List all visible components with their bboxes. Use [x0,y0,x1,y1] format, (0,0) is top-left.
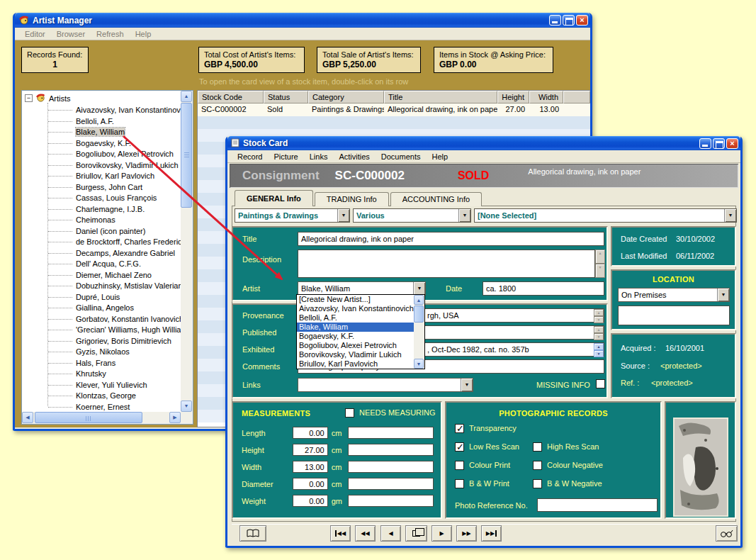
title-field[interactable]: Allegorical drawing, ink on paper [298,232,604,246]
tree-item-artist[interactable]: Bogoliubov, Alexei Petrovich [22,149,181,160]
photo-ref-field[interactable] [537,498,658,512]
chevron-down-icon[interactable]: ▼ [724,209,736,222]
dropdown-item[interactable]: Aivazovsky, Ivan Konstantinovich [297,304,414,313]
tertiary-combo[interactable]: [None Selected]▼ [474,208,737,223]
scroll-up-icon[interactable]: ▲ [414,295,424,305]
tree-item-artist[interactable]: Cassas, Louis François [22,193,181,204]
chevron-down-icon[interactable]: ▼ [461,379,473,391]
tree-item-artist[interactable]: 'Grecian' Williams, Hugh William [22,325,181,336]
chevron-down-icon[interactable]: ▼ [717,289,729,301]
nav-card-view-button[interactable] [405,525,427,542]
tree-item-artist[interactable]: de Brocktorff, Charles Frederick [22,237,181,248]
tree-item-artist[interactable]: Decamps, Alexandre Gabriel [22,248,181,259]
measurement-note-field[interactable] [348,444,434,456]
checkbox-icon[interactable] [455,424,464,433]
checkbox-icon[interactable] [345,408,354,418]
tree-root-artists[interactable]: − Artists [22,91,181,105]
links-combo[interactable]: ▼ [298,378,473,392]
photo-check[interactable]: Low Res Scan [455,442,519,461]
tree-item-artist[interactable]: Klever, Yuli Yulievich [22,380,181,391]
checkbox-icon[interactable] [455,479,464,488]
tree-item-artist[interactable]: Cheimonas [22,215,181,226]
tab[interactable]: ACCOUNTING Info [390,192,482,206]
chevron-down-icon[interactable]: ▼ [458,209,470,222]
tree-item-artist[interactable]: Belloli, A.F. [22,116,181,128]
measurement-value-field[interactable]: 0.00 [293,478,328,490]
browse-book-button[interactable] [239,525,266,542]
stock-card-titlebar[interactable]: Stock Card × [227,136,740,150]
checkbox-icon[interactable] [533,461,542,470]
tree-item-artist[interactable]: Charlemagne, I.J.B. [22,204,181,215]
tree-item-artist[interactable]: Aivazovsky, Ivan Konstantinovich [22,105,181,116]
menu-item[interactable]: Browser [51,28,91,40]
dropdown-item[interactable]: Bogaevsky, K.F. [297,332,414,341]
tree-item-artist[interactable]: Briullov, Karl Pavlovich [22,171,181,182]
tree-item-artist[interactable]: Daniel (icon painter) [22,226,181,237]
chevron-down-icon[interactable]: ▼ [337,209,349,222]
tree-item-artist[interactable]: Klontzas, George [22,391,181,402]
dropdown-item[interactable]: Borovikovsky, Vladimir Lukich [297,350,414,359]
photo-check[interactable]: Colour Negative [533,461,603,479]
close-icon[interactable]: × [726,138,738,149]
tab[interactable]: TRADING Info [315,192,389,206]
column-header[interactable]: Status [264,91,308,103]
needs-measuring-check[interactable]: NEEDS MEASURING [345,408,436,418]
nav-fast-back-button[interactable]: ◀◀ [355,525,376,542]
tree-item-artist[interactable]: Dobuzhinsky, Mstislav Valerianovich [22,281,181,292]
location-combo[interactable]: On Premises▼ [618,288,730,302]
maximize-icon[interactable] [563,15,575,26]
measurement-value-field[interactable]: 0.00 [293,495,328,507]
menu-item[interactable]: Record [232,151,268,162]
tree-item-artist[interactable]: Bogaevsky, K.F. [22,138,181,150]
date-field[interactable]: ca. 1800 [483,281,604,296]
measurement-note-field[interactable] [348,478,434,490]
scrollbar-thumb[interactable] [35,412,142,423]
scrollbar-thumb[interactable] [181,103,192,208]
photo-check[interactable]: Transparency [455,424,519,442]
measurement-value-field[interactable]: 13.00 [293,461,328,473]
dropdown-item[interactable]: [Create New Artist...] [297,295,414,304]
nav-next-button[interactable]: ▶ [431,525,452,542]
tree-item-artist[interactable]: Grigoriev, Boris Dimitrievich [22,336,181,347]
photo-check[interactable]: B & W Print [455,479,519,498]
minimize-icon[interactable] [699,138,711,149]
column-header[interactable]: Stock Code [198,91,264,103]
minimize-icon[interactable] [549,15,561,26]
menu-item[interactable]: Editor [19,28,51,40]
scroll-up-icon[interactable]: ▲ [181,91,192,102]
tree-item-artist[interactable]: Dupré, Louis [22,292,181,303]
measurement-value-field[interactable]: 27.00 [293,444,328,456]
measurement-note-field[interactable] [348,461,434,473]
nav-first-button[interactable]: ◀◀ [330,525,351,542]
exhibited-spinner[interactable]: ▲▼ [594,343,604,356]
tree-item-artist[interactable]: Khrutsky [22,369,181,380]
checkbox-icon[interactable] [455,461,464,470]
measurement-note-field[interactable] [348,427,434,439]
subcategory-combo[interactable]: Various▼ [353,208,471,223]
scrollbar-thumb[interactable] [414,306,424,323]
location-detail-field[interactable] [618,306,730,325]
artist-manager-titlebar[interactable]: Artist Manager × [15,13,590,28]
measurement-value-field[interactable]: 0.00 [293,427,328,439]
view-glasses-button[interactable] [716,525,738,542]
nav-fast-forward-button[interactable]: ▶▶ [456,525,477,542]
published-spinner[interactable]: ▲▼ [594,326,604,339]
photo-check[interactable]: Colour Print [455,461,519,479]
tree-item-artist[interactable]: Giallina, Angelos [22,303,181,314]
photo-check[interactable]: High Res Scan [533,442,603,461]
tree-item-artist[interactable]: Dell' Acqua, C.F.G. [22,259,181,270]
tree-item-artist[interactable]: Gorbatov, Konstantin Ivanovich [22,314,181,325]
menu-item[interactable]: Picture [268,151,303,162]
restore-icon[interactable] [713,138,725,149]
tree-horizontal-scrollbar[interactable]: ◀ ▶ [22,412,181,424]
menu-item[interactable]: Help [426,151,453,162]
menu-item[interactable]: Refresh [91,28,130,40]
menu-item[interactable]: Help [130,28,157,40]
tree-item-artist[interactable]: Blake, William [22,127,181,138]
menu-item[interactable]: Links [304,151,334,162]
photo-check[interactable]: B & W Negative [533,479,603,498]
column-header[interactable]: Category [308,91,384,103]
dropdown-item[interactable]: Blake, William [297,323,414,332]
close-icon[interactable]: × [576,15,588,26]
dropdown-item[interactable]: Briullov, Karl Pavlovich [297,359,414,369]
